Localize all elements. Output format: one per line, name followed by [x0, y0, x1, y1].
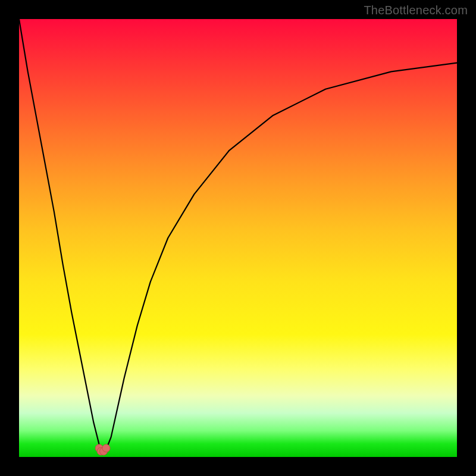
minimum-markers	[95, 444, 110, 455]
bottleneck-chart	[19, 19, 457, 457]
watermark-text: TheBottleneck.com	[364, 4, 468, 17]
plot-area	[19, 19, 457, 457]
minimum-marker	[102, 444, 110, 452]
bottleneck-curve	[19, 19, 457, 451]
